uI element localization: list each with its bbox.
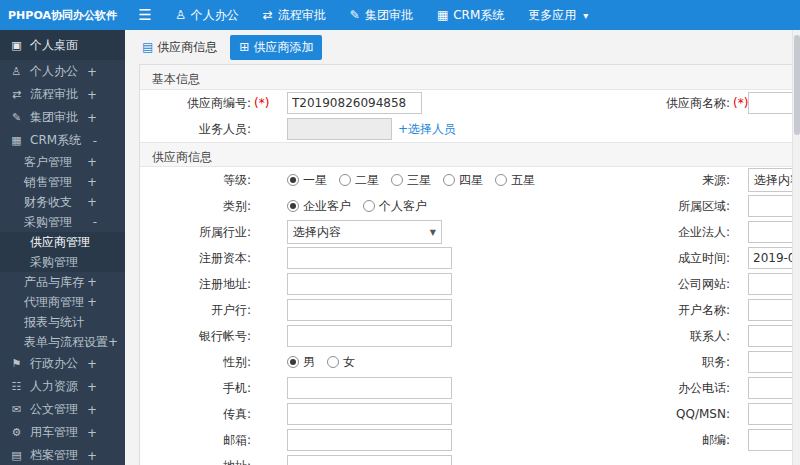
email-input[interactable]: [287, 429, 452, 451]
sidebar-item-admin-office[interactable]: ⚑行政办公+: [0, 352, 125, 375]
nav-item-crm-system[interactable]: ▦CRM系统: [433, 0, 508, 30]
category-radio-label: 个人客户: [379, 198, 427, 215]
expand-icon[interactable]: +: [87, 65, 97, 79]
email-label: 邮箱:: [140, 432, 251, 449]
sidebar-item-supplier-mgmt[interactable]: 供应商管理: [0, 232, 125, 252]
grade-radio-1[interactable]: 二星: [339, 172, 379, 189]
fax-input[interactable]: [287, 403, 452, 425]
nav-item-flow-approval[interactable]: ⇄流程审批: [259, 0, 330, 30]
sidebar-item-product-inventory[interactable]: 产品与库存+: [0, 272, 125, 292]
sidebar-item-doc-mgmt[interactable]: ✉公文管理+: [0, 398, 125, 421]
grade-radio-3[interactable]: 四星: [443, 172, 483, 189]
sidebar-item-personal-office[interactable]: ♙个人办公+: [0, 60, 125, 83]
sidebar-item-purchasing[interactable]: 采购管理: [0, 252, 125, 272]
form-row: 类别:企业客户个人客户所属区域:: [140, 193, 800, 219]
sidebar-item-label: 报表与统计: [24, 314, 84, 331]
sidebar-item-archive-mgmt[interactable]: ▤档案管理+: [0, 444, 125, 465]
sidebar-item-flow-approval[interactable]: ⇄流程审批+: [0, 83, 125, 106]
sidebar-item-crm-system[interactable]: ▦CRM系统-: [0, 129, 125, 152]
nav-item-more-apps[interactable]: 更多应用▾: [524, 0, 592, 30]
form-row: 等级:一星二星三星四星五星来源:选择内容▼: [140, 167, 800, 193]
sidebar-item-label: 产品与库存: [24, 274, 84, 291]
sidebar-item-personal-desktop[interactable]: ▣个人桌面: [0, 30, 125, 60]
supplier-code-label: 供应商编号:: [140, 95, 251, 112]
expand-icon[interactable]: +: [87, 380, 97, 394]
gender-radio-1[interactable]: 女: [327, 354, 355, 371]
office-phone-label: 办公电话:: [613, 380, 730, 397]
archive-icon: ▤: [10, 449, 23, 462]
sidebar-item-agent-mgmt[interactable]: 代理商管理+: [0, 292, 125, 312]
expand-icon[interactable]: +: [87, 275, 97, 289]
staff-input[interactable]: [287, 118, 392, 140]
supplier-code-input[interactable]: [287, 92, 422, 114]
grade-radio-label: 五星: [511, 172, 535, 189]
grade-radio-label: 一星: [303, 172, 327, 189]
sidebar-menu: ▣个人桌面♙个人办公+⇄流程审批+✎集团审批+▦CRM系统-客户管理+销售管理+…: [0, 30, 125, 465]
nav-item-label: 流程审批: [278, 7, 326, 24]
nav-item-group-approval[interactable]: ✎集团审批: [346, 0, 417, 30]
sidebar-item-form-flow-settings[interactable]: 表单与流程设置+: [0, 332, 125, 352]
expand-icon[interactable]: +: [87, 403, 97, 417]
expand-icon[interactable]: +: [87, 295, 97, 309]
bank-input[interactable]: [287, 299, 452, 321]
grade-radio-0[interactable]: 一星: [287, 172, 327, 189]
collapse-icon[interactable]: -: [93, 134, 97, 148]
section-header: 基本信息: [140, 65, 800, 90]
supplier-name-label: 供应商名称:: [613, 95, 730, 112]
sidebar-item-label: 代理商管理: [24, 294, 84, 311]
sidebar-item-human-resources[interactable]: ☷人力资源+: [0, 375, 125, 398]
approve-icon: ✎: [350, 8, 360, 22]
admin-icon: ⚑: [10, 357, 23, 370]
sidebar-item-purchase-mgmt[interactable]: 采购管理-: [0, 212, 125, 232]
fax-label: 传真:: [140, 406, 251, 423]
source-label: 来源:: [613, 172, 730, 189]
nav-item-personal-office[interactable]: ♙个人办公: [171, 0, 243, 30]
sidebar-item-group-approval[interactable]: ✎集团审批+: [0, 106, 125, 129]
select-person-link[interactable]: +选择人员: [398, 121, 456, 138]
radio-icon: [363, 200, 375, 212]
expand-icon[interactable]: +: [87, 111, 97, 125]
form-row: 供应商编号:(*)供应商名称:(*): [140, 90, 800, 116]
form-row: 所属行业:选择内容▼企业法人:: [140, 219, 800, 245]
sidebar-item-sales-mgmt[interactable]: 销售管理+: [0, 172, 125, 192]
sidebar-item-label: 采购管理: [30, 254, 78, 271]
registered-address-input[interactable]: [287, 273, 452, 295]
grade-radio-label: 三星: [407, 172, 431, 189]
sidebar-item-customer-mgmt[interactable]: 客户管理+: [0, 152, 125, 172]
tab-supplier-add[interactable]: ⊞ 供应商添加: [230, 35, 322, 60]
registered-capital-input[interactable]: [287, 247, 452, 269]
radio-icon: [287, 200, 299, 212]
grade-radio-2[interactable]: 三星: [391, 172, 431, 189]
address-input[interactable]: [287, 455, 452, 465]
mobile-input[interactable]: [287, 377, 452, 399]
grade-radio-4[interactable]: 五星: [495, 172, 535, 189]
sidebar-item-vehicle-mgmt[interactable]: ⚙用车管理+: [0, 421, 125, 444]
sidebar-item-label: 销售管理: [24, 174, 72, 191]
tab-supplier-info[interactable]: ▤ 供应商信息: [133, 35, 226, 60]
expand-icon[interactable]: +: [87, 195, 97, 209]
sidebar-item-finance[interactable]: 财务收支+: [0, 192, 125, 212]
collapse-icon[interactable]: -: [93, 215, 97, 229]
expand-icon[interactable]: +: [87, 449, 97, 463]
category-radio-1[interactable]: 个人客户: [363, 198, 427, 215]
gender-radio-0[interactable]: 男: [287, 354, 315, 371]
sidebar-item-reports-stats[interactable]: 报表与统计: [0, 312, 125, 332]
expand-icon[interactable]: +: [87, 357, 97, 371]
bank-account-input[interactable]: [287, 325, 452, 347]
menu-icon[interactable]: ☰: [131, 6, 159, 24]
postcode-label: 邮编:: [613, 432, 730, 449]
gender-radio-label: 男: [303, 354, 315, 371]
expand-icon[interactable]: +: [87, 88, 97, 102]
nav-item-label: 个人办公: [191, 7, 239, 24]
radio-icon: [443, 174, 455, 186]
scrollbar-thumb[interactable]: [794, 35, 800, 135]
sidebar-item-label: 个人桌面: [30, 37, 78, 54]
sidebar-item-label: 个人办公: [30, 63, 78, 80]
category-radio-label: 企业客户: [303, 198, 351, 215]
category-radio-0[interactable]: 企业客户: [287, 198, 351, 215]
industry-select[interactable]: 选择内容▼: [287, 220, 442, 244]
expand-icon[interactable]: +: [87, 426, 97, 440]
expand-icon[interactable]: +: [87, 175, 97, 189]
sidebar-item-label: 公文管理: [30, 401, 78, 418]
expand-icon[interactable]: +: [87, 155, 97, 169]
